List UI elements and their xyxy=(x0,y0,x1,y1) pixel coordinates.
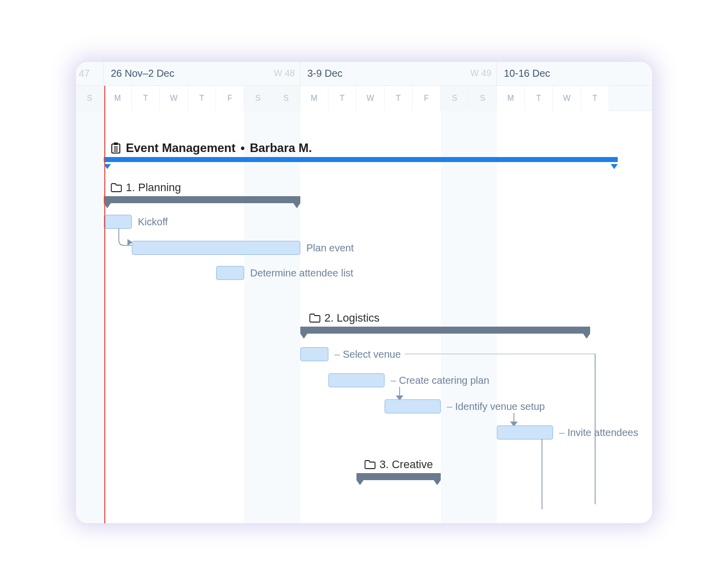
task-label: Determine attendee list xyxy=(250,267,353,279)
group-title-logistics[interactable]: 2. Logistics xyxy=(309,312,380,325)
task-bar[interactable] xyxy=(497,425,553,440)
day-cell[interactable]: S xyxy=(272,86,300,111)
week-cell[interactable]: 26 Nov–2 Dec W 48 xyxy=(104,62,300,85)
group-label: 2. Logistics xyxy=(324,312,380,325)
day-cell[interactable]: M xyxy=(497,86,525,111)
day-cell[interactable]: W xyxy=(160,86,188,111)
gantt-body[interactable]: Event Management • Barbara M. 1. Plannin… xyxy=(76,111,652,523)
folder-icon xyxy=(309,314,320,323)
week-number: W 49 xyxy=(470,68,491,79)
day-cell[interactable]: S xyxy=(76,86,104,111)
task-bar[interactable] xyxy=(328,373,385,387)
task-bar[interactable] xyxy=(132,241,300,255)
task-row-select-venue[interactable]: Select venue xyxy=(300,347,401,362)
task-label: Invite attendees xyxy=(559,427,638,438)
day-cell[interactable]: M xyxy=(300,86,328,111)
week-label: 47 xyxy=(79,68,90,79)
day-cell[interactable]: T xyxy=(328,86,356,111)
task-label: Select venue xyxy=(334,349,401,360)
project-bracket[interactable] xyxy=(104,157,618,162)
task-row-kickoff[interactable]: Kickoff xyxy=(104,214,168,229)
gantt-frame: 47 26 Nov–2 Dec W 48 3-9 Dec W 49 10-16 … xyxy=(76,62,652,523)
day-cell[interactable]: T xyxy=(525,86,553,111)
day-cell[interactable]: S xyxy=(469,86,497,111)
task-row-attendee-list[interactable]: Determine attendee list xyxy=(216,265,353,280)
today-line xyxy=(104,86,105,523)
task-label: Kickoff xyxy=(138,216,168,228)
separator-dot: • xyxy=(241,141,245,155)
week-range: 3-9 Dec xyxy=(307,68,342,79)
group-bracket-logistics[interactable] xyxy=(300,327,590,334)
dependency-line xyxy=(537,439,547,509)
week-number: W 48 xyxy=(274,68,295,79)
group-title-planning[interactable]: 1. Planning xyxy=(111,181,181,194)
task-label: Identify venue setup xyxy=(447,401,545,412)
week-range: 10-16 Dec xyxy=(504,68,550,79)
day-cell[interactable]: T xyxy=(188,86,216,111)
week-range: 26 Nov–2 Dec xyxy=(111,68,174,79)
week-cell-partial[interactable]: 47 xyxy=(76,62,104,85)
day-cell[interactable]: W xyxy=(553,86,581,111)
gantt-chart[interactable]: 47 26 Nov–2 Dec W 48 3-9 Dec W 49 10-16 … xyxy=(76,62,652,523)
group-title-creative[interactable]: 3. Creative xyxy=(365,458,433,471)
task-row-plan-event[interactable]: Plan event xyxy=(132,240,354,255)
task-label: Create catering plan xyxy=(391,375,489,386)
project-title-row[interactable]: Event Management • Barbara M. xyxy=(111,141,312,155)
week-row: 47 26 Nov–2 Dec W 48 3-9 Dec W 49 10-16 … xyxy=(76,62,652,86)
day-cell[interactable]: S xyxy=(441,86,469,111)
timeline-header: 47 26 Nov–2 Dec W 48 3-9 Dec W 49 10-16 … xyxy=(76,62,652,111)
task-row-catering[interactable]: Create catering plan xyxy=(328,373,489,388)
week-cell[interactable]: 10-16 Dec xyxy=(497,62,652,85)
day-cell[interactable]: F xyxy=(216,86,244,111)
day-cell[interactable]: M xyxy=(104,86,132,111)
task-row-venue-setup[interactable]: Identify venue setup xyxy=(385,399,545,414)
day-cell[interactable]: T xyxy=(132,86,160,111)
task-label: Plan event xyxy=(306,242,354,254)
svg-rect-1 xyxy=(114,142,118,145)
week-cell[interactable]: 3-9 Dec W 49 xyxy=(300,62,497,85)
group-bracket-creative[interactable] xyxy=(356,473,441,480)
day-cell[interactable]: T xyxy=(581,86,609,111)
day-cell[interactable]: S xyxy=(244,86,272,111)
group-bracket-planning[interactable] xyxy=(104,196,300,203)
task-bar[interactable] xyxy=(104,215,132,229)
group-label: 1. Planning xyxy=(126,181,181,194)
project-owner: Barbara M. xyxy=(250,141,312,155)
task-bar[interactable] xyxy=(385,399,441,413)
folder-icon xyxy=(365,460,376,469)
day-cell[interactable]: T xyxy=(385,86,413,111)
task-bar[interactable] xyxy=(300,347,328,361)
project-name: Event Management xyxy=(126,141,236,155)
folder-icon xyxy=(111,183,122,192)
clipboard-icon xyxy=(111,142,121,154)
group-label: 3. Creative xyxy=(380,458,433,471)
day-cell[interactable]: W xyxy=(356,86,385,111)
task-bar[interactable] xyxy=(216,266,244,280)
day-row: SMTWTFSSMTWTFSSMTWT xyxy=(76,86,652,111)
day-cell[interactable]: F xyxy=(413,86,441,111)
task-row-invite[interactable]: Invite attendees xyxy=(497,425,638,440)
